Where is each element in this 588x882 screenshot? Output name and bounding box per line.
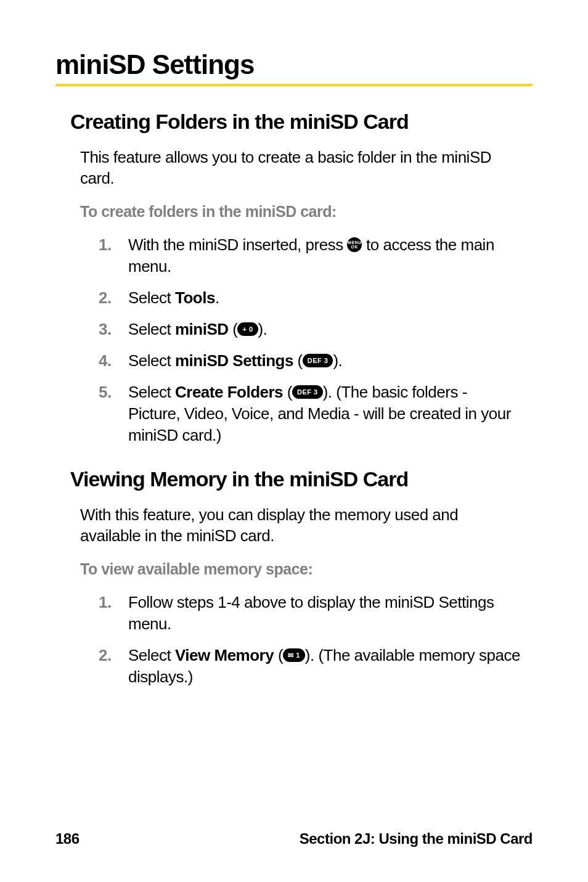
step-text: ( [229, 320, 238, 338]
page-footer: 186 Section 2J: Using the miniSD Card [55, 830, 533, 847]
section2-intro: With this feature, you can display the m… [80, 505, 520, 547]
step-text: Select [128, 383, 175, 401]
step-number: 4. [99, 350, 128, 372]
zero-key-icon: + 0 [237, 322, 258, 336]
list-item: 4. Select miniSD Settings (DEF 3). [99, 350, 520, 372]
step-bold: miniSD Settings [175, 351, 293, 370]
step-number: 1. [99, 592, 128, 635]
three-key-icon: DEF 3 [292, 385, 323, 399]
step-text: ( [283, 383, 292, 401]
list-item: 2. Select View Memory (✉ 1). (The availa… [99, 645, 520, 688]
step-text: ). [258, 320, 267, 338]
page-number: 186 [55, 830, 80, 847]
step-body: Select miniSD (+ 0). [128, 319, 520, 340]
menu-ok-key-icon: MENU OK [347, 237, 362, 252]
step-text: Select [128, 646, 175, 664]
one-key-icon: ✉ 1 [283, 648, 305, 662]
step-text: Select [128, 351, 175, 370]
step-text: Select [128, 320, 175, 338]
step-text: ( [274, 646, 283, 664]
section-heading-creating: Creating Folders in the miniSD Card [70, 110, 533, 134]
section1-steps: 1. With the miniSD inserted, press MENU … [99, 234, 520, 447]
step-bold: View Memory [175, 646, 274, 664]
step-body: Follow steps 1-4 above to display the mi… [128, 592, 520, 635]
step-body: Select Tools. [128, 287, 520, 309]
section2-subhead: To view available memory space: [80, 560, 533, 578]
step-text: ). [333, 351, 342, 370]
list-item: 5. Select Create Folders (DEF 3). (The b… [99, 382, 520, 446]
step-number: 3. [99, 319, 128, 340]
step-number: 2. [99, 645, 128, 688]
step-number: 5. [99, 382, 128, 446]
list-item: 1. With the miniSD inserted, press MENU … [99, 234, 520, 277]
step-bold: Create Folders [175, 383, 283, 401]
step-text: With the miniSD inserted, press [128, 235, 347, 254]
step-body: With the miniSD inserted, press MENU OK … [128, 234, 520, 277]
section1-subhead: To create folders in the miniSD card: [80, 203, 533, 221]
step-text: . [215, 288, 219, 307]
section1-intro: This feature allows you to create a basi… [80, 147, 520, 189]
step-body: Select Create Folders (DEF 3). (The basi… [128, 382, 520, 446]
list-item: 1. Follow steps 1-4 above to display the… [99, 592, 520, 635]
step-body: Select miniSD Settings (DEF 3). [128, 350, 520, 372]
list-item: 3. Select miniSD (+ 0). [99, 319, 520, 340]
step-number: 2. [99, 287, 128, 309]
step-number: 1. [99, 234, 128, 277]
step-bold: Tools [175, 288, 215, 307]
section-heading-viewing: Viewing Memory in the miniSD Card [70, 467, 533, 491]
step-body: Select View Memory (✉ 1). (The available… [128, 645, 520, 688]
list-item: 2. Select Tools. [99, 287, 520, 309]
section2-steps: 1. Follow steps 1-4 above to display the… [99, 592, 520, 688]
step-text: ( [293, 351, 303, 370]
section-label: Section 2J: Using the miniSD Card [300, 830, 533, 847]
three-key-icon: DEF 3 [303, 354, 333, 367]
step-text: Select [128, 288, 175, 307]
page-title: miniSD Settings [55, 49, 533, 86]
step-bold: miniSD [175, 320, 229, 338]
